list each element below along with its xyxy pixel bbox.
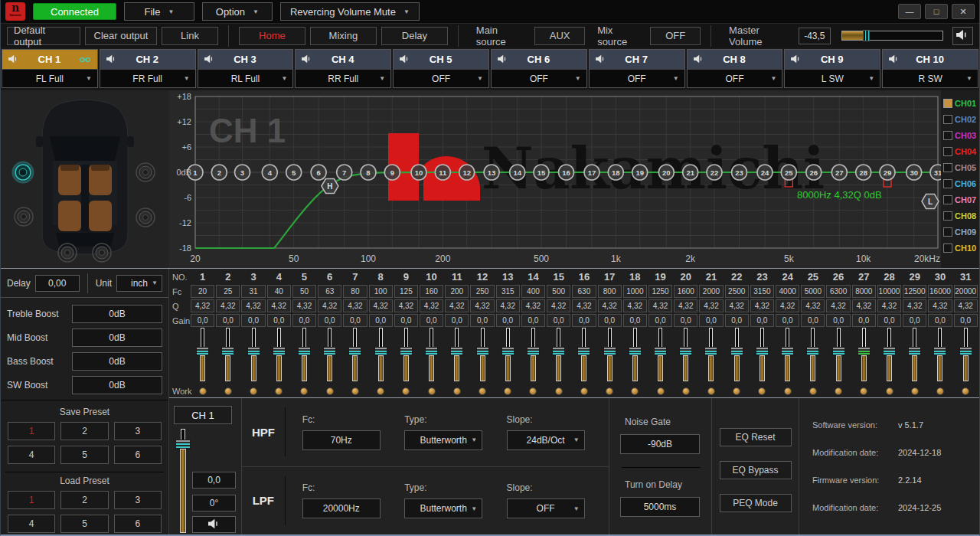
band-gain-fader[interactable]: [801, 328, 825, 386]
band-q-value[interactable]: 4,32: [521, 299, 545, 312]
band-q-value[interactable]: 4,32: [623, 299, 647, 312]
band-gain-fader[interactable]: [623, 328, 647, 386]
bass-boost-value[interactable]: 0dB: [72, 352, 162, 371]
band-q-value[interactable]: 4,32: [801, 299, 825, 312]
band-fc-value[interactable]: 50: [292, 285, 316, 298]
turn-on-delay-value[interactable]: 5000ms: [620, 497, 700, 517]
channel-output-select[interactable]: FL Full▼: [2, 69, 97, 87]
legend-item-ch03[interactable]: CH03: [943, 127, 979, 143]
channel-output-select[interactable]: OFF▼: [590, 69, 684, 87]
link-button[interactable]: Link: [162, 27, 218, 45]
band-q-value[interactable]: 4,32: [394, 299, 418, 312]
save-preset-button-1[interactable]: 1: [8, 422, 55, 440]
band-q-value[interactable]: 4,32: [216, 299, 240, 312]
band-gain-value[interactable]: 0,0: [725, 314, 749, 327]
lpf-fc-input[interactable]: 20000Hz: [302, 498, 381, 518]
band-q-value[interactable]: 4,32: [445, 299, 469, 312]
maximize-button[interactable]: □: [925, 4, 948, 19]
main-source-select[interactable]: AUX: [534, 27, 585, 45]
band-gain-fader[interactable]: [267, 328, 291, 386]
channel-header[interactable]: CH 8: [688, 50, 782, 69]
channel-header[interactable]: CH 4: [296, 50, 390, 69]
unit-select[interactable]: inch ▼: [116, 275, 162, 292]
band-fc-value[interactable]: 63: [318, 285, 341, 298]
band-gain-fader[interactable]: [699, 328, 723, 386]
band-fc-value[interactable]: 200: [445, 285, 469, 298]
clear-output-button[interactable]: Clear output: [85, 27, 157, 45]
band-q-value[interactable]: 4,32: [496, 299, 520, 312]
band-gain-fader[interactable]: [725, 328, 749, 386]
band-gain-fader[interactable]: [648, 328, 672, 386]
band-q-value[interactable]: 4,32: [725, 299, 749, 312]
band-q-value[interactable]: 4,32: [572, 299, 596, 312]
band-q-value[interactable]: 4,32: [674, 299, 697, 312]
band-q-value[interactable]: 4,32: [241, 299, 265, 312]
legend-item-ch09[interactable]: CH09: [943, 224, 979, 240]
band-gain-value[interactable]: 0,0: [877, 314, 901, 327]
band-gain-value[interactable]: 0,0: [241, 314, 265, 327]
legend-item-ch05[interactable]: CH05: [943, 159, 979, 175]
band-gain-fader[interactable]: [369, 328, 393, 386]
sw-boost-value[interactable]: 0dB: [72, 376, 162, 394]
band-q-value[interactable]: 4,32: [267, 299, 291, 312]
channel-header[interactable]: CH 2: [100, 50, 195, 69]
band-gain-value[interactable]: 0,0: [648, 314, 672, 327]
band-gain-fader[interactable]: [292, 328, 316, 386]
band-gain-fader[interactable]: [776, 328, 799, 386]
band-gain-value[interactable]: 0,0: [572, 314, 596, 327]
band-q-value[interactable]: 4,32: [420, 299, 443, 312]
channel-card-ch1[interactable]: CH 1FL Full▼: [2, 49, 98, 88]
channel-card-ch8[interactable]: CH 8OFF▼: [687, 49, 783, 88]
channel-header[interactable]: CH 9: [785, 50, 880, 69]
band-gain-fader[interactable]: [750, 328, 774, 386]
legend-item-ch02[interactable]: CH02: [943, 111, 979, 127]
band-fc-value[interactable]: 20: [191, 285, 214, 298]
eq-response-graph[interactable]: CH 1NakamichiHL1234567891011121314151617…: [169, 90, 941, 268]
channel-card-ch5[interactable]: CH 5OFF▼: [393, 49, 489, 88]
channel-header[interactable]: CH 10: [883, 50, 978, 69]
legend-item-ch10[interactable]: CH10: [943, 240, 979, 256]
band-gain-fader[interactable]: [420, 328, 443, 386]
legend-item-ch07[interactable]: CH07: [943, 191, 979, 208]
band-fc-value[interactable]: 31: [241, 285, 265, 298]
tab-mixing[interactable]: Mixing: [310, 27, 377, 45]
band-fc-value[interactable]: 16000: [928, 285, 952, 298]
band-fc-value[interactable]: 125: [394, 285, 418, 298]
load-preset-button-1[interactable]: 1: [8, 491, 55, 509]
band-gain-fader[interactable]: [318, 328, 341, 386]
channel-card-ch3[interactable]: CH 3RL Full▼: [198, 49, 294, 88]
channel-output-select[interactable]: FR Full▼: [100, 69, 195, 87]
load-preset-button-3[interactable]: 3: [114, 491, 162, 509]
band-fc-value[interactable]: 1600: [674, 285, 697, 298]
band-gain-value[interactable]: 0,0: [954, 314, 978, 327]
band-q-value[interactable]: 4,32: [191, 299, 214, 312]
band-gain-value[interactable]: 0,0: [369, 314, 393, 327]
mid-boost-value[interactable]: 0dB: [72, 328, 162, 347]
band-gain-value[interactable]: 0,0: [598, 314, 622, 327]
band-gain-fader[interactable]: [903, 328, 926, 386]
band-fc-value[interactable]: 400: [521, 285, 545, 298]
master-mute-button[interactable]: [952, 27, 973, 45]
band-gain-value[interactable]: 0,0: [216, 314, 240, 327]
band-gain-value[interactable]: 0,0: [826, 314, 850, 327]
band-gain-fader[interactable]: [547, 328, 570, 386]
legend-checkbox[interactable]: [943, 179, 952, 188]
band-fc-value[interactable]: 12500: [903, 285, 926, 298]
band-fc-value[interactable]: 1250: [648, 285, 672, 298]
band-q-value[interactable]: 4,32: [954, 299, 978, 312]
band-fc-value[interactable]: 8000: [852, 285, 876, 298]
band-gain-value[interactable]: 0,0: [623, 314, 647, 327]
band-gain-fader[interactable]: [826, 328, 850, 386]
speaker-front-right[interactable]: [136, 163, 155, 181]
speaker-front-left[interactable]: [13, 162, 33, 182]
speaker-mid-right[interactable]: [136, 208, 155, 227]
band-fc-value[interactable]: 6300: [826, 285, 850, 298]
band-fc-value[interactable]: 5000: [801, 285, 825, 298]
band-fc-value[interactable]: 315: [496, 285, 520, 298]
band-gain-value[interactable]: 0,0: [420, 314, 443, 327]
band-gain-value[interactable]: 0,0: [776, 314, 799, 327]
band-q-value[interactable]: 4,32: [470, 299, 494, 312]
band-gain-fader[interactable]: [394, 328, 418, 386]
band-fc-value[interactable]: 25: [216, 285, 240, 298]
band-fc-value[interactable]: 2500: [725, 285, 749, 298]
